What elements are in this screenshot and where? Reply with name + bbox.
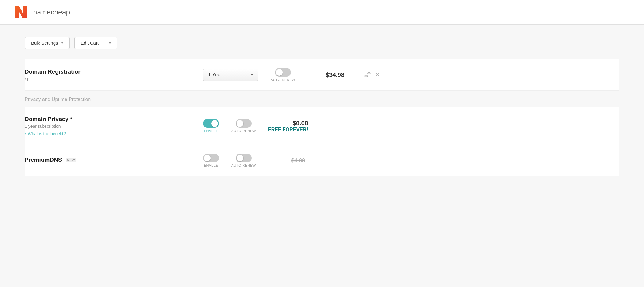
premium-dns-enable-toggle[interactable]: ENABLE	[203, 154, 219, 167]
edit-cart-chevron-icon: ▾	[109, 41, 111, 45]
domain-registration-actions: 🖇 ✕	[364, 71, 380, 79]
domain-privacy-controls: ENABLE AUTO-RENEW $0.00 FREE FOREVER!	[203, 119, 619, 133]
logo-container: namecheap	[12, 4, 70, 21]
domain-privacy-section: Domain Privacy * 1 year subscription › W…	[25, 107, 619, 145]
toggle-thumb-off	[237, 120, 243, 127]
premium-dns-autorenew-toggle-switch[interactable]	[236, 154, 252, 162]
domain-privacy-subtitle: 1 year subscription	[25, 124, 203, 129]
premium-dns-new-badge: NEW	[66, 158, 77, 162]
logo-text: namecheap	[33, 8, 70, 16]
toggle-thumb	[276, 69, 283, 76]
edit-icon[interactable]: 🖇	[364, 71, 371, 79]
privacy-section-header: Privacy and Uptime Protection	[25, 91, 619, 107]
domain-registration-price: $34.98	[308, 71, 344, 79]
bulk-settings-chevron-icon: ▾	[61, 41, 63, 45]
edit-cart-label: Edit Cart	[81, 40, 99, 46]
remove-icon[interactable]: ✕	[375, 71, 380, 79]
toolbar: Bulk Settings ▾ Edit Cart ▾	[25, 37, 619, 49]
domain-privacy-free-label: FREE FOREVER!	[268, 127, 308, 132]
toggle-thumb-on	[211, 120, 218, 127]
year-selector-chevron-icon: ▾	[251, 72, 253, 77]
domain-privacy-autorenew-toggle[interactable]: AUTO-RENEW	[231, 119, 256, 133]
benefit-link[interactable]: › What is the benefit?	[25, 131, 203, 136]
domain-registration-price-area: $34.98	[308, 71, 344, 79]
domain-registration-section: Domain Registration r.p 1 Year ▾ AUTO-RE…	[25, 59, 619, 91]
domain-registration-subtitle: r.p	[25, 76, 203, 81]
toggle-thumb	[237, 155, 243, 161]
domain-registration-controls: 1 Year ▾ AUTO-RENEW $34.98 �	[203, 68, 619, 82]
toggle-thumb	[204, 155, 211, 161]
premium-dns-enable-label: ENABLE	[204, 164, 218, 167]
main-content: Bulk Settings ▾ Edit Cart ▾ Domain Regis…	[0, 25, 644, 188]
domain-privacy-enable-toggle[interactable]: ENABLE	[203, 119, 219, 133]
premium-dns-title-text: PremiumDNS	[25, 156, 62, 163]
domain-privacy-enable-toggle-switch[interactable]	[203, 119, 219, 128]
premium-dns-row: PremiumDNS NEW ENABLE	[25, 154, 619, 167]
edit-cart-button[interactable]: Edit Cart ▾	[74, 37, 117, 49]
domain-registration-info: Domain Registration r.p	[25, 68, 203, 81]
domain-privacy-info: Domain Privacy * 1 year subscription › W…	[25, 116, 203, 136]
domain-privacy-enable-label: ENABLE	[204, 129, 218, 133]
domain-privacy-autorenew-toggle-switch[interactable]	[236, 119, 252, 128]
premium-dns-enable-toggle-switch[interactable]	[203, 154, 219, 162]
domain-privacy-autorenew-label: AUTO-RENEW	[231, 129, 256, 133]
premium-dns-section: PremiumDNS NEW ENABLE	[25, 145, 619, 176]
domain-registration-title: Domain Registration	[25, 68, 203, 75]
namecheap-logo-icon	[12, 4, 30, 21]
premium-dns-info: PremiumDNS NEW	[25, 156, 203, 164]
benefit-link-text: What is the benefit?	[28, 131, 66, 136]
header: namecheap	[0, 0, 644, 25]
domain-registration-autorenew-toggle[interactable]: AUTO-RENEW	[271, 68, 295, 82]
premium-dns-autorenew-label: AUTO-RENEW	[231, 164, 256, 167]
benefit-chevron-icon: ›	[25, 131, 26, 136]
domain-privacy-row: Domain Privacy * 1 year subscription › W…	[25, 116, 619, 136]
domain-privacy-price: $0.00	[268, 120, 308, 127]
premium-dns-price: $4.88	[268, 157, 305, 164]
domain-privacy-title: Domain Privacy *	[25, 116, 203, 123]
domain-registration-autorenew-label: AUTO-RENEW	[271, 78, 295, 82]
premium-dns-title: PremiumDNS NEW	[25, 156, 203, 163]
domain-registration-row: Domain Registration r.p 1 Year ▾ AUTO-RE…	[25, 68, 619, 82]
premium-dns-autorenew-toggle[interactable]: AUTO-RENEW	[231, 154, 256, 167]
premium-dns-price-area: $4.88	[268, 157, 305, 164]
year-selector[interactable]: 1 Year ▾	[203, 69, 258, 81]
domain-registration-autorenew-toggle-switch[interactable]	[275, 68, 291, 77]
bulk-settings-label: Bulk Settings	[31, 40, 58, 46]
year-selected-label: 1 Year	[208, 72, 222, 78]
domain-privacy-price-area: $0.00 FREE FOREVER!	[268, 120, 308, 132]
bulk-settings-button[interactable]: Bulk Settings ▾	[25, 37, 70, 49]
premium-dns-controls: ENABLE AUTO-RENEW $4.88	[203, 154, 619, 167]
